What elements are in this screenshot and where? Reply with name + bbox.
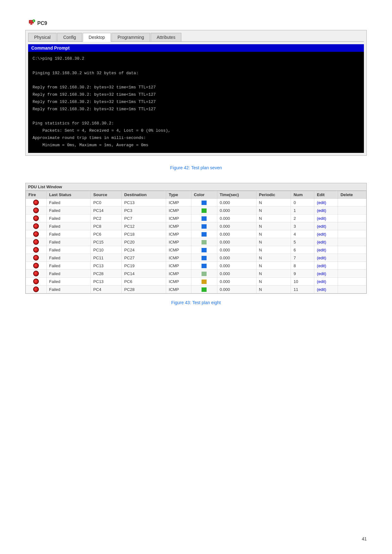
status-cell: Failed [46, 207, 91, 214]
fire-cell[interactable] [26, 286, 47, 293]
fire-icon[interactable] [33, 231, 39, 237]
tab-desktop[interactable]: Desktop [83, 33, 111, 42]
edit-cell[interactable]: (edit) [314, 246, 338, 254]
color-cell [191, 270, 217, 278]
delete-cell[interactable] [338, 270, 366, 278]
source-cell: PC28 [91, 270, 122, 278]
edit-link[interactable]: (edit) [317, 271, 326, 276]
delete-cell[interactable] [338, 246, 366, 254]
edit-cell[interactable]: (edit) [314, 278, 338, 286]
edit-link[interactable]: (edit) [317, 248, 326, 252]
color-cell [191, 238, 217, 246]
table-row: FailedPC0PC13ICMP0.000N0(edit) [26, 199, 366, 207]
delete-cell[interactable] [338, 286, 366, 293]
fire-icon[interactable] [33, 279, 39, 284]
col-destination: Destination [122, 191, 166, 199]
destination-cell: PC7 [122, 214, 166, 222]
color-swatch [202, 232, 207, 237]
fire-cell[interactable] [26, 214, 47, 222]
fire-icon[interactable] [33, 255, 39, 261]
fire-icon[interactable] [33, 239, 39, 245]
fire-cell[interactable] [26, 230, 47, 238]
num-cell: 9 [291, 270, 314, 278]
delete-cell[interactable] [338, 214, 366, 222]
edit-link[interactable]: (edit) [317, 208, 326, 213]
destination-cell: PC27 [122, 254, 166, 262]
edit-link[interactable]: (edit) [317, 279, 326, 284]
fire-icon[interactable] [33, 271, 39, 276]
pc9-label: PC9 [37, 21, 47, 26]
edit-cell[interactable]: (edit) [314, 262, 338, 270]
delete-cell[interactable] [338, 199, 366, 207]
cmd-line-roundtrip: Approximate round trip times in milli-se… [33, 135, 359, 142]
edit-link[interactable]: (edit) [317, 224, 326, 229]
edit-cell[interactable]: (edit) [314, 207, 338, 214]
col-fire: Fire [26, 191, 47, 199]
periodic-cell: N [256, 238, 291, 246]
delete-cell[interactable] [338, 222, 366, 230]
delete-cell[interactable] [338, 254, 366, 262]
cmd-body[interactable]: C:\>ping 192.168.30.2 Pinging 192.168.30… [28, 52, 364, 153]
edit-link[interactable]: (edit) [317, 216, 326, 221]
edit-cell[interactable]: (edit) [314, 222, 338, 230]
color-swatch [202, 240, 207, 244]
color-swatch [202, 201, 207, 205]
delete-cell[interactable] [338, 278, 366, 286]
fire-icon[interactable] [33, 200, 39, 205]
svg-rect-2 [30, 24, 33, 25]
tab-physical[interactable]: Physical [28, 33, 57, 41]
source-cell: PC14 [91, 207, 122, 214]
fire-cell[interactable] [26, 278, 47, 286]
destination-cell: PC24 [122, 246, 166, 254]
time-cell: 0.000 [217, 246, 256, 254]
edit-cell[interactable]: (edit) [314, 254, 338, 262]
color-swatch [202, 287, 207, 292]
pdu-title-bar: PDU List Window [26, 183, 366, 191]
edit-link[interactable]: (edit) [317, 240, 326, 244]
fire-icon[interactable] [33, 286, 39, 292]
fire-icon[interactable] [33, 208, 39, 213]
num-cell: 6 [291, 246, 314, 254]
edit-link[interactable]: (edit) [317, 263, 326, 268]
fire-icon[interactable] [33, 223, 39, 229]
pc9-icon: P [28, 19, 35, 27]
delete-cell[interactable] [338, 230, 366, 238]
edit-cell[interactable]: (edit) [314, 286, 338, 293]
fire-cell[interactable] [26, 238, 47, 246]
edit-cell[interactable]: (edit) [314, 238, 338, 246]
tab-programming[interactable]: Programming [112, 33, 150, 41]
color-cell [191, 254, 217, 262]
edit-cell[interactable]: (edit) [314, 270, 338, 278]
table-row: FailedPC6PC18ICMP0.000N4(edit) [26, 230, 366, 238]
fire-cell[interactable] [26, 270, 47, 278]
num-cell: 10 [291, 278, 314, 286]
edit-cell[interactable]: (edit) [314, 199, 338, 207]
delete-cell[interactable] [338, 207, 366, 214]
fire-cell[interactable] [26, 246, 47, 254]
fire-cell[interactable] [26, 262, 47, 270]
fire-cell[interactable] [26, 222, 47, 230]
color-cell [191, 246, 217, 254]
fire-cell[interactable] [26, 207, 47, 214]
fire-cell[interactable] [26, 254, 47, 262]
edit-link[interactable]: (edit) [317, 256, 326, 260]
pdu-table: Fire Last Status Source Destination Type… [26, 191, 366, 293]
delete-cell[interactable] [338, 238, 366, 246]
table-row: FailedPC13PC19ICMP0.000N8(edit) [26, 262, 366, 270]
color-swatch [202, 248, 207, 252]
edit-cell[interactable]: (edit) [314, 214, 338, 222]
color-cell [191, 262, 217, 270]
edit-link[interactable]: (edit) [317, 200, 326, 205]
edit-link[interactable]: (edit) [317, 287, 326, 292]
fire-icon[interactable] [33, 263, 39, 268]
fire-icon[interactable] [33, 215, 39, 221]
color-cell [191, 230, 217, 238]
delete-cell[interactable] [338, 262, 366, 270]
edit-link[interactable]: (edit) [317, 232, 326, 237]
tab-attributes[interactable]: Attributes [151, 33, 181, 41]
fire-cell[interactable] [26, 199, 47, 207]
edit-cell[interactable]: (edit) [314, 230, 338, 238]
tab-config[interactable]: Config [57, 33, 82, 41]
fire-icon[interactable] [33, 247, 39, 253]
color-cell [191, 286, 217, 293]
